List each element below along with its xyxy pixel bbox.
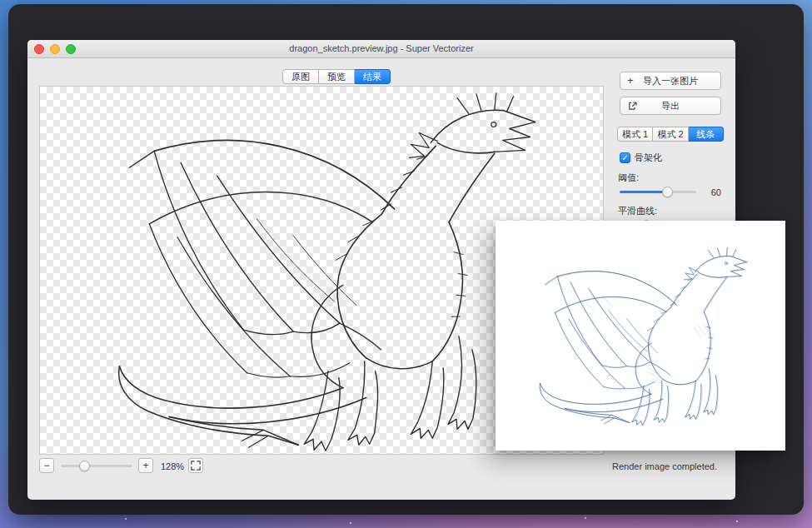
zoom-in-button[interactable]: + bbox=[138, 458, 153, 473]
threshold-slider-fill bbox=[620, 191, 667, 193]
star-dot bbox=[585, 517, 586, 519]
canvas-zoom-slider-knob[interactable] bbox=[79, 461, 90, 471]
zoom-out-button[interactable]: − bbox=[39, 458, 54, 473]
traffic-lights bbox=[34, 44, 76, 54]
mode-1-segment[interactable]: 模式 1 bbox=[617, 127, 653, 142]
render-status-text: Render image completed. bbox=[612, 461, 717, 471]
window-titlebar[interactable]: dragon_sketch.preview.jpg - Super Vector… bbox=[27, 40, 735, 58]
import-image-button[interactable]: + 导入一张图片 bbox=[620, 72, 721, 90]
window-title: dragon_sketch.preview.jpg - Super Vector… bbox=[27, 40, 735, 57]
close-button[interactable] bbox=[34, 44, 44, 54]
skeletonize-checkbox[interactable]: ✓ bbox=[620, 152, 630, 163]
star-dot bbox=[125, 518, 127, 520]
export-label: 导出 bbox=[661, 101, 680, 111]
star-dot bbox=[350, 522, 351, 524]
plus-icon: + bbox=[627, 72, 634, 89]
tab-result[interactable]: 结果 bbox=[355, 69, 391, 84]
view-tabbar: 原图 预览 结果 bbox=[282, 69, 391, 84]
fit-to-screen-button[interactable] bbox=[188, 458, 203, 473]
desktop-wallpaper: dragon_sketch.preview.jpg - Super Vector… bbox=[0, 0, 812, 528]
mode-2-segment[interactable]: 模式 2 bbox=[653, 127, 688, 142]
original-sketch-image bbox=[496, 221, 785, 451]
threshold-slider-row: 60 bbox=[620, 186, 721, 198]
zoom-percentage: 128% bbox=[161, 461, 184, 471]
skeletonize-label: 骨架化 bbox=[635, 152, 662, 164]
import-image-label: 导入一张图片 bbox=[643, 76, 698, 86]
zoom-window-button[interactable] bbox=[66, 44, 76, 54]
export-icon bbox=[627, 97, 638, 114]
tab-original[interactable]: 原图 bbox=[282, 69, 319, 84]
original-dragon-sketch-artwork bbox=[496, 221, 785, 451]
mode-segmented-control: 模式 1 模式 2 线条 bbox=[617, 127, 724, 142]
star-dot bbox=[736, 521, 738, 522]
canvas-zoom-slider-track[interactable] bbox=[61, 465, 132, 467]
minimize-button[interactable] bbox=[50, 44, 60, 54]
export-button[interactable]: 导出 bbox=[620, 97, 721, 115]
threshold-label: 阈值: bbox=[618, 172, 639, 184]
threshold-slider[interactable] bbox=[620, 186, 696, 198]
tab-preview[interactable]: 预览 bbox=[319, 69, 355, 84]
canvas-zoom-slider[interactable] bbox=[61, 460, 132, 472]
skeletonize-row: ✓ 骨架化 bbox=[620, 152, 662, 164]
threshold-value: 60 bbox=[701, 187, 721, 197]
fit-to-screen-icon bbox=[191, 461, 201, 471]
mode-lines-segment[interactable]: 线条 bbox=[689, 127, 724, 142]
smooth-curve-label: 平滑曲线: bbox=[618, 205, 657, 217]
threshold-slider-knob[interactable] bbox=[662, 187, 673, 197]
check-icon: ✓ bbox=[621, 153, 628, 162]
threshold-slider-track[interactable] bbox=[620, 191, 696, 193]
